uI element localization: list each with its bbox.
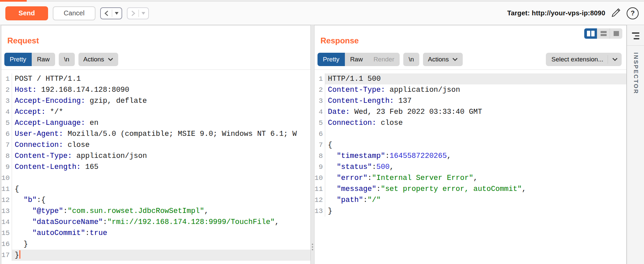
request-panel-title: Request bbox=[7, 36, 310, 45]
code-line[interactable]: 3Content-Length: 137 bbox=[314, 95, 626, 106]
code-text[interactable]: Content-Type: application/json bbox=[325, 84, 626, 95]
code-line[interactable]: 13 "@type":"com.sun.rowset.JdbcRowSetImp… bbox=[1, 206, 310, 217]
pencil-icon bbox=[610, 7, 622, 20]
code-text[interactable] bbox=[325, 128, 626, 140]
code-line[interactable]: 10 "error":"Internal Server Error", bbox=[314, 173, 626, 184]
tab-response-newline[interactable]: \n bbox=[403, 53, 419, 66]
code-line[interactable]: 11 "message":"set property error, autoCo… bbox=[314, 184, 626, 195]
code-line[interactable]: 9Content-Length: 165 bbox=[1, 162, 310, 173]
code-text[interactable]: "timestamp":1645587220265, bbox=[325, 151, 626, 162]
code-line[interactable]: 1HTTP/1.1 500 bbox=[314, 73, 626, 84]
code-line[interactable]: 17} bbox=[1, 250, 310, 261]
code-text[interactable]: Connection: close bbox=[12, 140, 310, 151]
code-text[interactable]: "status":500, bbox=[325, 162, 626, 173]
code-text[interactable]: "message":"set property error, autoCommi… bbox=[325, 184, 626, 195]
layout-single-button[interactable] bbox=[610, 28, 622, 39]
code-line[interactable]: 1POST / HTTP/1.1 bbox=[1, 73, 310, 84]
code-text[interactable]: Connection: close bbox=[325, 117, 626, 128]
layout-columns-button[interactable] bbox=[584, 28, 597, 39]
response-editor[interactable]: 1HTTP/1.1 5002Content-Type: application/… bbox=[314, 69, 626, 264]
line-number: 4 bbox=[1, 106, 12, 117]
code-line[interactable]: 6 bbox=[314, 128, 626, 140]
line-number: 11 bbox=[314, 184, 325, 195]
edit-target-button[interactable] bbox=[610, 7, 622, 20]
line-number: 14 bbox=[1, 217, 12, 228]
code-text[interactable]: { bbox=[325, 140, 626, 151]
code-text[interactable]: Accept-Encoding: gzip, deflate bbox=[12, 95, 310, 106]
line-number: 1 bbox=[314, 73, 325, 84]
line-number: 10 bbox=[1, 173, 12, 184]
code-text[interactable]: Accept-Language: en bbox=[12, 117, 310, 128]
code-line[interactable]: 2Host: 192.168.174.128:8090 bbox=[1, 84, 310, 95]
code-line[interactable]: 8 "timestamp":1645587220265, bbox=[314, 151, 626, 162]
code-text[interactable]: "error":"Internal Server Error", bbox=[325, 173, 626, 184]
code-text[interactable]: Host: 192.168.174.128:8090 bbox=[12, 84, 310, 95]
code-text[interactable]: Content-Type: application/json bbox=[12, 151, 310, 162]
tab-response-pretty[interactable]: Pretty bbox=[317, 53, 345, 66]
code-text[interactable]: "b":{ bbox=[12, 195, 310, 206]
tab-request-raw[interactable]: Raw bbox=[32, 53, 55, 66]
code-text[interactable]: Content-Length: 137 bbox=[325, 95, 626, 106]
code-text[interactable]: "@type":"com.sun.rowset.JdbcRowSetImpl", bbox=[12, 206, 310, 217]
code-text[interactable]: HTTP/1.1 500 bbox=[325, 73, 626, 84]
code-line[interactable]: 4Accept: */* bbox=[1, 106, 310, 117]
line-number: 5 bbox=[1, 117, 12, 128]
tab-request-pretty[interactable]: Pretty bbox=[4, 53, 32, 66]
select-extension-dropdown[interactable]: Select extension... bbox=[546, 53, 622, 66]
code-text[interactable]: User-Agent: Mozilla/5.0 (compatible; MSI… bbox=[12, 128, 310, 140]
request-actions-button[interactable]: Actions bbox=[78, 53, 118, 66]
code-line[interactable]: 5Connection: close bbox=[314, 117, 626, 128]
code-text[interactable]: Content-Length: 165 bbox=[12, 162, 310, 173]
code-text[interactable] bbox=[12, 173, 310, 184]
code-text[interactable]: POST / HTTP/1.1 bbox=[12, 73, 310, 84]
code-line[interactable]: 3Accept-Encoding: gzip, deflate bbox=[1, 95, 310, 106]
dropdown-arrow-icon bbox=[142, 12, 145, 15]
code-line[interactable]: 11{ bbox=[1, 184, 310, 195]
code-line[interactable]: 12 "b":{ bbox=[1, 195, 310, 206]
line-number: 4 bbox=[314, 106, 325, 117]
code-line[interactable]: 6User-Agent: Mozilla/5.0 (compatible; MS… bbox=[1, 128, 310, 140]
single-view-icon bbox=[614, 31, 619, 36]
code-line[interactable]: 9 "status":500, bbox=[314, 162, 626, 173]
line-number: 12 bbox=[314, 195, 325, 206]
code-line[interactable]: 8Content-Type: application/json bbox=[1, 151, 310, 162]
code-text[interactable]: } bbox=[12, 239, 310, 250]
code-line[interactable]: 14 "dataSourceName":"rmi://192.168.174.1… bbox=[1, 217, 310, 228]
code-line[interactable]: 2Content-Type: application/json bbox=[314, 84, 626, 95]
code-line[interactable]: 4Date: Wed, 23 Feb 2022 03:33:40 GMT bbox=[314, 106, 626, 117]
tab-response-raw[interactable]: Raw bbox=[345, 53, 368, 66]
chevron-right-icon bbox=[131, 10, 136, 16]
request-editor[interactable]: 1POST / HTTP/1.12Host: 192.168.174.128:8… bbox=[1, 69, 310, 264]
code-text[interactable]: } bbox=[12, 250, 310, 261]
code-line[interactable]: 10 bbox=[1, 173, 310, 184]
help-button[interactable]: ? bbox=[627, 7, 639, 19]
code-text[interactable]: Accept: */* bbox=[12, 106, 310, 117]
code-text[interactable]: "autoCommit":true bbox=[12, 228, 310, 239]
line-number: 5 bbox=[314, 117, 325, 128]
dropdown-arrow-icon[interactable] bbox=[115, 12, 119, 15]
code-text[interactable]: { bbox=[12, 184, 310, 195]
code-text[interactable]: Date: Wed, 23 Feb 2022 03:33:40 GMT bbox=[325, 106, 626, 117]
send-button[interactable]: Send bbox=[5, 6, 48, 20]
code-line[interactable]: 13} bbox=[314, 206, 626, 217]
code-line[interactable]: 15 "autoCommit":true bbox=[1, 228, 310, 239]
history-back-button[interactable] bbox=[100, 7, 122, 19]
code-line[interactable]: 12 "path":"/" bbox=[314, 195, 626, 206]
code-text[interactable]: "dataSourceName":"rmi://192.168.174.128:… bbox=[12, 217, 310, 228]
tab-request-newline[interactable]: \n bbox=[59, 53, 75, 66]
layout-rows-button[interactable] bbox=[597, 28, 610, 39]
code-line[interactable]: 7Connection: close bbox=[1, 140, 310, 151]
code-text[interactable]: } bbox=[325, 206, 626, 217]
code-text[interactable]: "path":"/" bbox=[325, 195, 626, 206]
response-actions-button[interactable]: Actions bbox=[423, 53, 463, 66]
cancel-button[interactable]: Cancel bbox=[53, 6, 95, 20]
code-line[interactable]: 7{ bbox=[314, 140, 626, 151]
request-tab-row: Pretty Raw \n Actions bbox=[1, 53, 310, 66]
repeater-screen: Send Cancel Target: http://your-vps-ip:8… bbox=[0, 0, 644, 264]
line-number: 13 bbox=[314, 206, 325, 217]
inspector-tab[interactable]: INSPECTOR bbox=[632, 52, 639, 94]
code-line[interactable]: 16 } bbox=[1, 239, 310, 250]
code-line[interactable]: 5Accept-Language: en bbox=[1, 117, 310, 128]
inspector-collapse-icon[interactable] bbox=[632, 32, 639, 39]
splitter-grip[interactable] bbox=[312, 244, 313, 250]
